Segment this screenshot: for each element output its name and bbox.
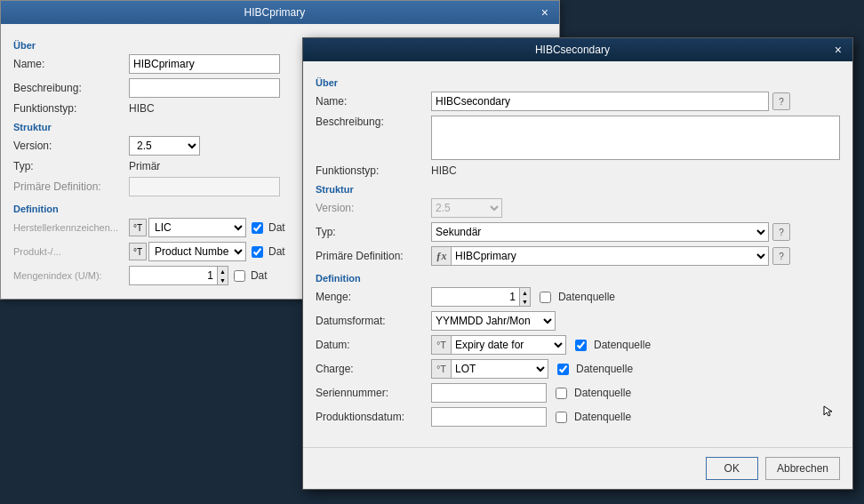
bg-hersteller-combo-wrap: °T LIC <box>129 218 246 237</box>
bg-hersteller-icon[interactable]: °T <box>129 219 147 236</box>
hibcsecondary-dialog: HIBCsecondary × Über Name: ? Beschreibun… <box>302 37 853 490</box>
fg-funktionstyp-value: HIBC <box>431 164 840 177</box>
fg-typ-label: Typ: <box>316 226 431 238</box>
fg-datumsformat-label: Datumsformat: <box>316 315 431 327</box>
bg-version-label: Version: <box>13 140 129 152</box>
fg-version-select: 2.5 <box>431 198 502 218</box>
fg-beschreibung-label: Beschreibung: <box>316 116 431 128</box>
fg-charge-datasource: Datenquelle <box>576 363 633 375</box>
fg-name-row: Name: ? <box>316 92 840 111</box>
fg-seriennummer-datasource: Datenquelle <box>574 387 631 399</box>
bg-typ-label: Typ: <box>13 160 129 172</box>
fg-version-label: Version: <box>316 202 431 214</box>
bg-mengen-input[interactable] <box>129 266 218 285</box>
fg-charge-row: Charge: °T LOT Datenquelle <box>316 359 840 379</box>
fg-produktionsdatum-label: Produktionsdatum: <box>316 411 431 423</box>
fg-produktionsdatum-row: Produktionsdatum: Datenquelle <box>316 407 840 427</box>
fg-beschreibung-input[interactable] <box>431 116 840 160</box>
bg-mengen-datasource: Dat <box>251 269 268 282</box>
bg-primaere-input <box>129 177 280 196</box>
fg-datum-datasource: Datenquelle <box>594 339 651 351</box>
fg-funktionstyp-label: Funktionstyp: <box>316 164 431 177</box>
bg-primaere-label: Primäre Definition: <box>13 180 129 193</box>
fg-primaere-fx-icon: ƒx <box>431 246 451 266</box>
fg-datum-t-icon: °T <box>431 335 451 355</box>
ok-button[interactable]: OK <box>706 457 758 480</box>
fg-charge-t-icon: °T <box>431 359 451 379</box>
fg-menge-down-btn[interactable]: ▼ <box>520 297 530 306</box>
fg-primaere-label: Primäre Definition: <box>316 250 431 262</box>
fg-primaere-combo: ƒx HIBCprimary <box>431 246 769 266</box>
bg-name-input[interactable] <box>129 54 280 74</box>
fg-menge-row: Menge: ▲ ▼ Datenquelle <box>316 287 840 307</box>
fg-datum-combo: °T Expiry date for <box>431 335 566 355</box>
fg-charge-checkbox[interactable] <box>557 364 569 375</box>
fg-datum-row: Datum: °T Expiry date for Datenquelle <box>316 335 840 355</box>
bg-mengen-spinner-btns: ▲ ▼ <box>218 266 228 285</box>
fg-seriennummer-input[interactable] <box>431 383 547 403</box>
fg-version-row: Version: 2.5 <box>316 198 840 218</box>
fg-funktionstyp-row: Funktionstyp: HIBC <box>316 164 840 177</box>
bg-version-select[interactable]: 2.5 <box>129 136 200 156</box>
bg-beschreibung-input[interactable] <box>129 78 280 98</box>
bg-mengen-checkbox[interactable] <box>234 270 245 282</box>
fg-seriennummer-label: Seriennummer: <box>316 387 431 399</box>
fg-charge-select[interactable]: LOT <box>451 359 548 379</box>
fg-menge-input[interactable] <box>431 287 520 307</box>
hibcsecondary-close-button[interactable]: × <box>833 44 844 56</box>
fg-produktionsdatum-checkbox[interactable] <box>556 412 567 423</box>
bg-mengen-up-btn[interactable]: ▲ <box>218 267 228 276</box>
bg-produkt-label: Produkt-/... <box>13 246 129 257</box>
fg-menge-up-btn[interactable]: ▲ <box>520 288 530 297</box>
bg-mengen-spinner: ▲ ▼ <box>129 266 228 285</box>
fg-beschreibung-row: Beschreibung: <box>316 116 840 160</box>
cancel-button[interactable]: Abbrechen <box>765 457 840 480</box>
fg-datum-select[interactable]: Expiry date for <box>451 335 566 355</box>
fg-typ-select[interactable]: Sekundär <box>431 222 769 242</box>
hibcsecondary-titlebar: HIBCsecondary × <box>303 38 852 61</box>
bg-produkt-select[interactable]: Product Number <box>148 242 246 261</box>
fg-datumsformat-row: Datumsformat: YYMMDD Jahr/Mon <box>316 311 840 331</box>
fg-name-info-icon[interactable]: ? <box>772 92 790 110</box>
bg-name-label: Name: <box>13 58 129 70</box>
fg-struktur-label: Struktur <box>316 184 840 195</box>
fg-menge-checkbox[interactable] <box>540 292 551 303</box>
hibcprimary-titlebar: HIBCprimary × <box>1 1 559 24</box>
hibcprimary-title: HIBCprimary <box>10 6 540 19</box>
fg-charge-label: Charge: <box>316 363 431 375</box>
bg-produkt-checkbox[interactable] <box>252 246 263 258</box>
fg-name-input[interactable] <box>431 92 769 111</box>
fg-menge-spinner: ▲ ▼ <box>431 287 531 307</box>
fg-primaere-info-icon[interactable]: ? <box>772 247 790 265</box>
fg-typ-info-icon[interactable]: ? <box>772 223 790 241</box>
hibcprimary-close-button[interactable]: × <box>540 6 550 19</box>
fg-produktionsdatum-datasource: Datenquelle <box>574 411 631 423</box>
fg-menge-datasource: Datenquelle <box>558 291 615 303</box>
bg-mengen-down-btn[interactable]: ▼ <box>218 276 228 284</box>
fg-seriennummer-row: Seriennummer: Datenquelle <box>316 383 840 403</box>
fg-seriennummer-checkbox[interactable] <box>556 388 567 399</box>
bg-hersteller-label: Herstellerkennzeichen... <box>13 222 129 233</box>
fg-typ-row: Typ: Sekundär ? <box>316 222 840 242</box>
bg-hersteller-datasource: Dat <box>268 221 285 234</box>
bg-beschreibung-label: Beschreibung: <box>13 82 129 94</box>
bg-funktionstyp-label: Funktionstyp: <box>13 102 129 115</box>
bg-produkt-combo-wrap: °T Product Number <box>129 242 246 261</box>
bg-hersteller-select[interactable]: LIC <box>148 218 246 237</box>
fg-primaere-row: Primäre Definition: ƒx HIBCprimary ? <box>316 246 840 266</box>
fg-menge-spinner-btns: ▲ ▼ <box>520 287 531 307</box>
fg-datumsformat-select[interactable]: YYMMDD Jahr/Mon <box>431 311 556 331</box>
fg-name-label: Name: <box>316 95 431 108</box>
bg-hersteller-checkbox[interactable] <box>252 222 263 234</box>
fg-menge-label: Menge: <box>316 291 431 303</box>
hibcsecondary-title: HIBCsecondary <box>312 44 833 56</box>
fg-definition-label: Definition <box>316 273 840 284</box>
fg-uber-label: Über <box>316 77 840 88</box>
bg-produkt-datasource: Dat <box>268 245 285 258</box>
fg-primaere-select[interactable]: HIBCprimary <box>451 246 769 266</box>
fg-produktionsdatum-input[interactable] <box>431 407 547 427</box>
bg-produkt-icon[interactable]: °T <box>129 243 147 260</box>
fg-footer: OK Abbrechen <box>303 447 852 489</box>
fg-datum-checkbox[interactable] <box>575 340 587 351</box>
hibcsecondary-content: Über Name: ? Beschreibung: Funktionstyp:… <box>303 61 852 440</box>
